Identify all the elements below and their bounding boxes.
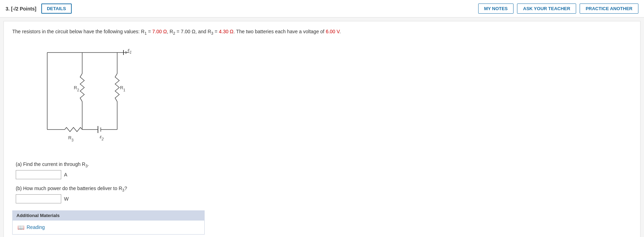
unit-a-label: A	[64, 172, 67, 177]
answer-b-input[interactable]	[16, 194, 61, 203]
additional-materials-body: 📖 Reading	[12, 221, 205, 235]
svg-text:ε2: ε2	[100, 134, 104, 141]
main-content: The resistors in the circuit below have …	[3, 21, 641, 237]
answer-a-input[interactable]	[16, 170, 61, 179]
svg-text:R3: R3	[68, 135, 73, 142]
circuit-diagram: R2 R1 R3 ε1 ε2	[33, 46, 131, 151]
svg-text:ε1: ε1	[128, 47, 131, 54]
reading-label: Reading	[27, 224, 45, 230]
additional-materials-header: Additional Materials	[12, 210, 205, 221]
details-button[interactable]: DETAILS	[41, 4, 72, 14]
reading-link[interactable]: 📖 Reading	[17, 224, 199, 231]
practice-another-button[interactable]: PRACTICE ANOTHER	[580, 4, 638, 14]
unit-b-label: W	[64, 196, 69, 202]
top-bar: 3. [-/2 Points] DETAILS MY NOTES ASK YOU…	[0, 0, 644, 18]
book-icon: 📖	[17, 224, 24, 231]
svg-text:R2: R2	[74, 85, 79, 92]
question-b-input-row: W	[16, 194, 632, 203]
question-a: (a) Find the current in through R3. A	[16, 161, 632, 179]
question-a-input-row: A	[16, 170, 632, 179]
points-label: 3. [-/2 Points]	[6, 6, 36, 12]
additional-materials: Additional Materials 📖 Reading	[12, 210, 205, 235]
top-bar-left: 3. [-/2 Points] DETAILS	[6, 4, 72, 14]
ask-teacher-button[interactable]: ASK YOUR TEACHER	[517, 4, 576, 14]
question-a-text: (a) Find the current in through R3.	[16, 161, 632, 168]
question-b-text: (b) How much power do the batteries deli…	[16, 186, 632, 192]
svg-text:R1: R1	[120, 85, 125, 92]
my-notes-button[interactable]: MY NOTES	[478, 4, 514, 14]
problem-text: The resistors in the circuit below have …	[12, 28, 632, 36]
top-bar-right: MY NOTES ASK YOUR TEACHER PRACTICE ANOTH…	[478, 4, 638, 14]
question-b: (b) How much power do the batteries deli…	[16, 186, 632, 203]
